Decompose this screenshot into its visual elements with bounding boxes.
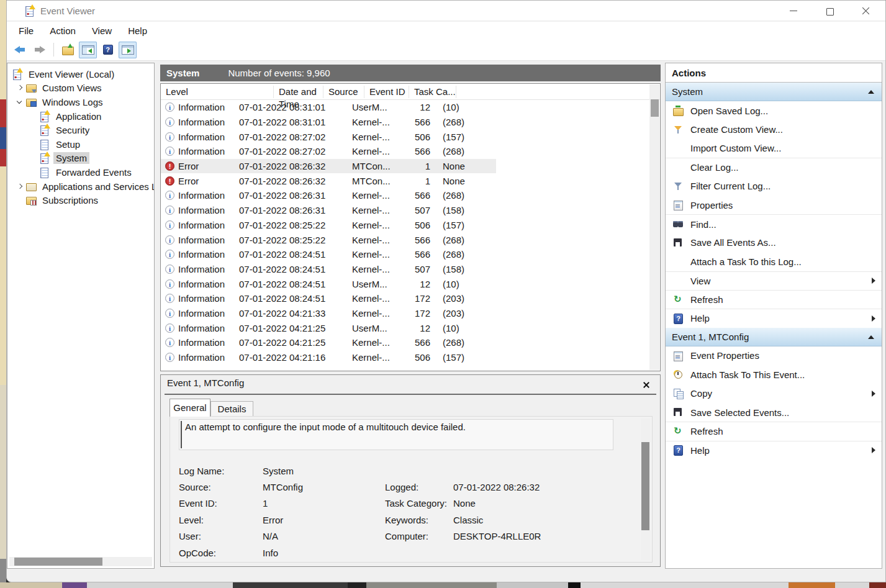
open-saved-log-button[interactable] bbox=[59, 42, 77, 58]
action-item[interactable]: Copy bbox=[666, 384, 882, 402]
action-item[interactable]: Refresh bbox=[666, 290, 882, 309]
field-label: Computer: bbox=[385, 531, 453, 541]
event-row[interactable]: Information 07-01-2022 08:24:51 Kernel-.… bbox=[161, 247, 496, 262]
detail-scrollbar[interactable] bbox=[641, 418, 650, 560]
field-value: MTConfig bbox=[263, 482, 303, 492]
event-row[interactable]: Error 07-01-2022 08:26:32 MTCon... 1 Non… bbox=[161, 159, 496, 174]
tree-item[interactable]: Security bbox=[7, 123, 154, 137]
forward-button[interactable] bbox=[30, 42, 48, 58]
tree-item[interactable]: Applications and Services Log bbox=[7, 179, 154, 194]
action-item[interactable]: Import Custom View... bbox=[666, 139, 882, 158]
tree-item[interactable]: Windows Logs bbox=[7, 95, 154, 109]
action-item[interactable]: Filter Current Log... bbox=[666, 177, 882, 196]
event-row[interactable]: Information 07-01-2022 04:21:25 UserM...… bbox=[161, 320, 496, 335]
event-viewer-app-icon bbox=[24, 6, 35, 16]
expander-icon[interactable] bbox=[29, 153, 39, 163]
event-row[interactable]: Information 07-01-2022 08:27:02 Kernel-.… bbox=[161, 129, 496, 144]
event-row[interactable]: Information 07-01-2022 08:26:31 Kernel-.… bbox=[161, 203, 496, 218]
event-row[interactable]: Information 07-01-2022 08:31:01 UserM...… bbox=[161, 100, 496, 115]
source-cell: Kernel-... bbox=[347, 352, 397, 363]
event-row[interactable]: Information 07-01-2022 08:27:02 Kernel-.… bbox=[161, 144, 496, 159]
scrollbar-thumb[interactable] bbox=[651, 99, 659, 117]
close-detail-icon[interactable] bbox=[641, 380, 651, 390]
event-count: Number of events: 9,960 bbox=[228, 68, 330, 78]
event-row[interactable]: Information 07-01-2022 08:31:01 Kernel-.… bbox=[161, 115, 496, 130]
expander-icon[interactable] bbox=[15, 181, 25, 192]
collapse-icon[interactable] bbox=[868, 90, 874, 94]
expander-icon[interactable] bbox=[15, 195, 25, 206]
event-row[interactable]: Information 07-01-2022 04:21:16 Kernel-.… bbox=[161, 350, 496, 365]
event-message-box[interactable]: An attempt to configure the input mode o… bbox=[179, 419, 613, 450]
action-item[interactable]: Help bbox=[666, 441, 882, 459]
action-item[interactable]: Clear Log... bbox=[666, 158, 882, 176]
tree-item[interactable]: Forwarded Events bbox=[7, 165, 154, 179]
tree-item[interactable]: Setup bbox=[7, 137, 154, 152]
expander-icon[interactable] bbox=[29, 167, 39, 178]
event-row[interactable]: Error 07-01-2022 08:26:32 MTCon... 1 Non… bbox=[161, 173, 496, 188]
tree-item[interactable]: Application bbox=[7, 109, 154, 124]
action-item[interactable]: Event Properties bbox=[666, 346, 882, 365]
event-id-cell: 506 bbox=[397, 220, 438, 230]
detail-tab[interactable]: General bbox=[170, 399, 210, 417]
tree-horizontal-scrollbar[interactable] bbox=[9, 557, 152, 566]
actions-section-event-header[interactable]: Event 1, MTConfig bbox=[666, 328, 882, 346]
menu-item[interactable]: Help bbox=[120, 24, 155, 38]
event-row[interactable]: Information 07-01-2022 08:25:22 Kernel-.… bbox=[161, 218, 496, 233]
expander-icon[interactable] bbox=[15, 83, 25, 93]
back-button[interactable] bbox=[11, 42, 29, 58]
field-value: 07-01-2022 08:26:32 bbox=[453, 482, 541, 492]
expander-icon[interactable] bbox=[15, 97, 25, 107]
action-item[interactable]: Open Saved Log... bbox=[666, 101, 882, 120]
tree-item[interactable]: Event Viewer (Local) bbox=[7, 67, 154, 81]
event-list-header: LevelDate and TimeSourceEvent IDTask Ca.… bbox=[161, 84, 660, 100]
menu-item[interactable]: Action bbox=[42, 24, 84, 38]
column-header[interactable]: Level bbox=[161, 86, 274, 98]
task-category-cell: (10) bbox=[438, 323, 482, 333]
toolbar bbox=[7, 39, 885, 61]
event-row[interactable]: Information 07-01-2022 08:25:22 Kernel-.… bbox=[161, 232, 496, 247]
minimize-button[interactable] bbox=[779, 1, 808, 21]
action-item[interactable]: Find... bbox=[666, 214, 882, 233]
action-label: Attach a Task To this Log... bbox=[690, 256, 802, 267]
scrollbar-thumb[interactable] bbox=[641, 442, 649, 530]
event-row[interactable]: Information 07-01-2022 04:21:25 Kernel-.… bbox=[161, 335, 496, 350]
event-row[interactable]: Information 07-01-2022 08:24:51 UserM...… bbox=[161, 276, 496, 291]
column-header[interactable]: Date and Time bbox=[274, 86, 323, 98]
event-row[interactable]: Information 07-01-2022 08:24:51 Kernel-.… bbox=[161, 262, 496, 277]
event-row[interactable]: Information 07-01-2022 08:26:31 Kernel-.… bbox=[161, 188, 496, 203]
column-header[interactable]: Event ID bbox=[364, 86, 409, 98]
event-list-scrollbar[interactable] bbox=[649, 84, 659, 370]
expander-icon[interactable] bbox=[29, 125, 39, 135]
expander-icon[interactable] bbox=[29, 111, 39, 122]
maximize-button[interactable] bbox=[815, 1, 844, 21]
collapse-icon[interactable] bbox=[868, 335, 874, 339]
level-icon bbox=[165, 191, 174, 200]
action-item[interactable]: View bbox=[666, 271, 882, 290]
tree-item[interactable]: Subscriptions bbox=[7, 193, 154, 207]
action-item[interactable]: Properties bbox=[666, 196, 882, 214]
action-item[interactable]: Attach Task To This Event... bbox=[666, 365, 882, 384]
action-item[interactable]: Refresh bbox=[666, 422, 882, 440]
help-button[interactable] bbox=[99, 42, 117, 58]
expander-icon[interactable] bbox=[29, 139, 39, 150]
event-row[interactable]: Information 07-01-2022 08:24:51 Kernel-.… bbox=[161, 291, 496, 306]
menu-item[interactable]: View bbox=[84, 24, 120, 38]
column-header[interactable]: Task Ca... bbox=[409, 86, 456, 98]
tree-item[interactable]: System bbox=[7, 152, 154, 166]
action-item[interactable]: Save All Events As... bbox=[666, 233, 882, 252]
action-label: Create Custom View... bbox=[690, 124, 783, 135]
show-hide-action-pane-button[interactable] bbox=[119, 42, 137, 58]
column-header[interactable]: Source bbox=[323, 86, 364, 98]
show-hide-console-tree-button[interactable] bbox=[79, 42, 97, 58]
detail-tab[interactable]: Details bbox=[210, 401, 253, 417]
action-item[interactable]: Create Custom View... bbox=[666, 120, 882, 138]
action-item[interactable]: Attach a Task To this Log... bbox=[666, 252, 882, 271]
action-item[interactable]: Help bbox=[666, 309, 882, 327]
scrollbar-thumb[interactable] bbox=[14, 558, 102, 566]
close-button[interactable] bbox=[851, 1, 880, 21]
actions-section-system-header[interactable]: System bbox=[666, 83, 882, 101]
event-row[interactable]: Information 07-01-2022 04:21:33 Kernel-.… bbox=[161, 306, 496, 321]
menu-item[interactable]: File bbox=[11, 24, 42, 38]
tree-item[interactable]: Custom Views bbox=[7, 81, 154, 96]
action-item[interactable]: Save Selected Events... bbox=[666, 403, 882, 422]
